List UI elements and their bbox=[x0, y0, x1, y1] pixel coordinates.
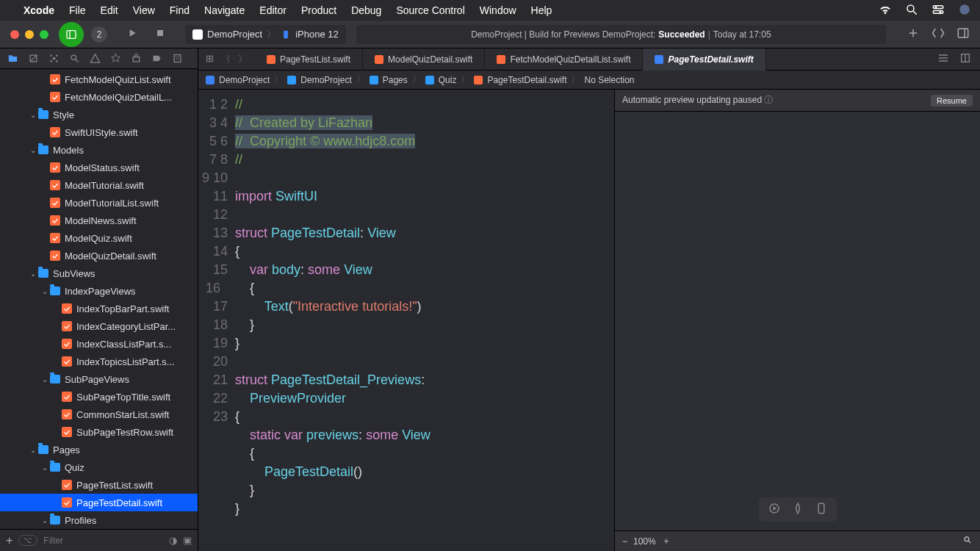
tree-file[interactable]: IndexTopBarPart.swift bbox=[0, 300, 198, 317]
tree-file[interactable]: FetchModelQuizList.swift bbox=[0, 71, 198, 88]
jump-project[interactable]: DemoProject bbox=[219, 75, 270, 85]
activity-viewer[interactable]: DemoProject | Build for Previews DemoPro… bbox=[356, 25, 886, 44]
line-gutter: 1 2 3 4 5 6 7 8 9 10 11 12 13 14 15 16 1… bbox=[198, 90, 235, 551]
tree-folder[interactable]: ⌄Style bbox=[0, 106, 198, 123]
wifi-icon[interactable] bbox=[879, 3, 892, 18]
tree-file[interactable]: CommonStarList.swift bbox=[0, 406, 198, 423]
find-navigator-icon[interactable] bbox=[66, 51, 82, 67]
scheme-selector[interactable]: DemoProject 〉 iPhone 12 bbox=[185, 25, 346, 44]
jump-group1[interactable]: Pages bbox=[383, 75, 408, 85]
source-control-navigator-icon[interactable] bbox=[25, 51, 41, 67]
zoom-in-icon[interactable]: ＋ bbox=[662, 535, 671, 547]
tree-folder[interactable]: ⌄IndexPageViews bbox=[0, 282, 198, 300]
editor-tab[interactable]: FetchModelQuizDetailList.swift bbox=[485, 48, 643, 71]
zoom-fit-icon[interactable] bbox=[962, 535, 973, 547]
app-name[interactable]: Xcode bbox=[24, 4, 54, 16]
jump-file[interactable]: PageTestDetail.swift bbox=[487, 75, 566, 85]
breakpoint-navigator-icon[interactable] bbox=[148, 51, 165, 67]
editor-tab[interactable]: PageTestList.swift bbox=[255, 48, 363, 71]
tree-file[interactable]: ModelTutorial.swift bbox=[0, 176, 198, 194]
tree-file[interactable]: ModelQuiz.swift bbox=[0, 229, 198, 247]
tree-file[interactable]: FetchModelQuizDetailL... bbox=[0, 88, 198, 106]
menu-help[interactable]: Help bbox=[531, 4, 552, 16]
toggle-inspector-button[interactable] bbox=[956, 26, 970, 42]
source-code[interactable]: // // Created by LiFazhan // Copyright ©… bbox=[235, 90, 614, 551]
project-tree[interactable]: FetchModelQuizList.swiftFetchModelQuizDe… bbox=[0, 69, 198, 529]
editor-tab[interactable]: PageTestDetail.swift bbox=[643, 48, 765, 71]
tree-file[interactable]: SubPageTestRow.swift bbox=[0, 423, 198, 441]
menu-edit[interactable]: Edit bbox=[101, 4, 118, 16]
menu-find[interactable]: Find bbox=[170, 4, 190, 16]
symbol-navigator-icon[interactable] bbox=[46, 51, 62, 67]
resume-button[interactable]: Resume bbox=[931, 95, 973, 107]
scm-filter-icon[interactable]: ▣ bbox=[183, 535, 192, 546]
info-icon[interactable]: ⓘ bbox=[764, 95, 773, 105]
pin-preview-icon[interactable] bbox=[791, 502, 804, 517]
add-file-button[interactable]: + bbox=[6, 534, 12, 547]
editor-options-icon[interactable] bbox=[937, 52, 949, 66]
zoom-window[interactable] bbox=[40, 30, 48, 39]
close-window[interactable] bbox=[10, 30, 19, 39]
preview-device-icon[interactable] bbox=[815, 502, 828, 517]
jump-bar[interactable]: DemoProject〉 DemoProject〉 Pages〉 Quiz〉 P… bbox=[198, 71, 980, 90]
tree-folder[interactable]: ⌄Profiles bbox=[0, 511, 198, 529]
menu-source-control[interactable]: Source Control bbox=[396, 4, 464, 16]
tree-file[interactable]: PageTestList.swift bbox=[0, 476, 198, 494]
zoom-out-icon[interactable]: − bbox=[622, 536, 627, 547]
siri-icon[interactable] bbox=[958, 3, 971, 18]
menu-debug[interactable]: Debug bbox=[351, 4, 381, 16]
tree-file[interactable]: ModelNews.swift bbox=[0, 212, 198, 229]
stop-button[interactable] bbox=[154, 27, 166, 41]
tree-folder[interactable]: ⌄SubPageViews bbox=[0, 370, 198, 388]
tree-file[interactable]: ModelQuizDetail.swift bbox=[0, 247, 198, 264]
menu-file[interactable]: File bbox=[69, 4, 86, 16]
tree-file[interactable]: IndexCategoryListPar... bbox=[0, 317, 198, 335]
filter-input[interactable] bbox=[43, 536, 163, 546]
zoom-level[interactable]: 100% bbox=[633, 536, 656, 547]
jump-symbol[interactable]: No Selection bbox=[584, 75, 634, 85]
menu-navigate[interactable]: Navigate bbox=[204, 4, 245, 16]
code-review-button[interactable] bbox=[932, 26, 945, 42]
tree-folder[interactable]: ⌄SubViews bbox=[0, 264, 198, 282]
folder-icon bbox=[425, 76, 434, 84]
issues-count-badge[interactable]: 2 bbox=[91, 26, 107, 43]
svg-point-17 bbox=[56, 55, 58, 57]
forward-button[interactable]: 〉 bbox=[238, 53, 248, 66]
spotlight-icon[interactable] bbox=[905, 3, 918, 18]
tree-folder[interactable]: ⌄Quiz bbox=[0, 458, 198, 476]
tree-file[interactable]: IndexClassListPart.s... bbox=[0, 335, 198, 353]
tree-file[interactable]: ModelStatus.swift bbox=[0, 159, 198, 176]
run-button[interactable] bbox=[126, 27, 138, 41]
tree-file[interactable]: SubPageTopTitle.swift bbox=[0, 388, 198, 406]
tree-file[interactable]: ModelTutorialList.swift bbox=[0, 194, 198, 212]
test-navigator-icon[interactable] bbox=[107, 51, 123, 67]
jump-group2[interactable]: Quiz bbox=[439, 75, 457, 85]
debug-navigator-icon[interactable] bbox=[128, 51, 144, 67]
add-button[interactable] bbox=[907, 26, 920, 42]
tree-folder[interactable]: ⌄Pages bbox=[0, 441, 198, 458]
tree-file[interactable]: IndexTopicsListPart.s... bbox=[0, 353, 198, 370]
clock-filter-icon[interactable]: ◑ bbox=[169, 535, 177, 546]
menu-product[interactable]: Product bbox=[301, 4, 336, 16]
menu-view[interactable]: View bbox=[133, 4, 155, 16]
issue-navigator-icon[interactable] bbox=[87, 51, 103, 67]
menu-window[interactable]: Window bbox=[480, 4, 516, 16]
report-navigator-icon[interactable] bbox=[169, 51, 185, 67]
minimize-window[interactable] bbox=[25, 30, 34, 39]
toggle-navigator-button[interactable] bbox=[59, 22, 84, 47]
tree-folder[interactable]: ⌄Models bbox=[0, 141, 198, 159]
adjust-editor-icon[interactable] bbox=[959, 52, 971, 66]
jump-target[interactable]: DemoProject bbox=[300, 75, 351, 85]
related-items-icon[interactable]: ⊞ bbox=[206, 53, 214, 66]
control-center-icon[interactable] bbox=[932, 3, 945, 18]
menu-editor[interactable]: Editor bbox=[259, 4, 287, 16]
svg-rect-22 bbox=[133, 57, 140, 62]
live-preview-icon[interactable] bbox=[768, 502, 781, 517]
tree-file[interactable]: PageTestDetail.swift bbox=[0, 494, 198, 511]
source-editor[interactable]: 1 2 3 4 5 6 7 8 9 10 11 12 13 14 15 16 1… bbox=[198, 90, 614, 551]
editor-tab[interactable]: ModelQuizDetail.swift bbox=[363, 48, 485, 71]
recent-filter-button[interactable]: ⌥ bbox=[18, 535, 37, 546]
tree-file[interactable]: SwiftUIStyle.swift bbox=[0, 123, 198, 141]
project-navigator-icon[interactable] bbox=[4, 51, 21, 67]
back-button[interactable]: 〈 bbox=[221, 53, 231, 66]
